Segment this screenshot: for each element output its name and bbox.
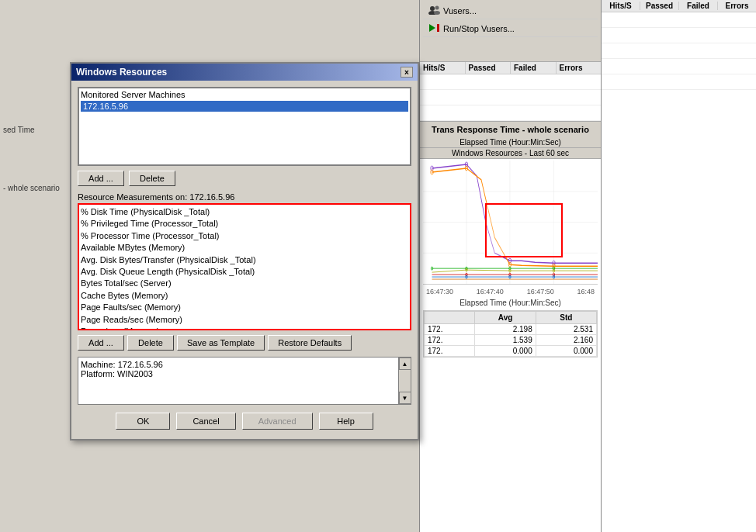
svg-marker-4 bbox=[429, 24, 435, 32]
help-button[interactable]: Help bbox=[319, 413, 373, 430]
passed-header: Passed bbox=[466, 62, 512, 74]
resource-section-label: Resource Measurements on: 172.16.5.96 bbox=[78, 192, 411, 202]
data-table: Avg Std 172. 2.198 2.531 172. 1.539 2.16… bbox=[423, 310, 598, 358]
errors-header: Errors bbox=[557, 62, 602, 74]
table-row: 172. 2.198 2.531 bbox=[425, 324, 597, 335]
delete-resource-button[interactable]: Delete bbox=[127, 335, 174, 351]
users-icon bbox=[428, 5, 440, 16]
info-line1: Machine: 172.16.5.96 bbox=[81, 360, 408, 369]
avg-col-header: Avg bbox=[475, 312, 536, 324]
windows-res-label: Windows Resources - Last 60 sec bbox=[420, 148, 601, 159]
advanced-button[interactable]: Advanced bbox=[242, 413, 313, 430]
run-stop-icon bbox=[428, 23, 440, 34]
failed-header: Failed bbox=[511, 62, 557, 74]
table-row: 172. 1.539 2.160 bbox=[425, 335, 597, 346]
list-item[interactable]: Avg. Disk Bytes/Transfer (PhysicalDisk _… bbox=[81, 254, 408, 266]
add-server-button[interactable]: Add ... bbox=[78, 171, 124, 186]
server-machines-container: Monitored Server Machines 172.16.5.96 bbox=[78, 87, 411, 166]
hits-stat: Hits/S bbox=[602, 2, 640, 10]
info-area: Machine: 172.16.5.96 Platform: WIN2003 bbox=[78, 358, 411, 404]
right-panel: Hits/S Passed Failed Errors bbox=[601, 0, 756, 532]
dialog-title: Windows Resources bbox=[76, 67, 167, 78]
dialog-titlebar: Windows Resources × bbox=[71, 64, 418, 81]
dialog-close-button[interactable]: × bbox=[401, 67, 413, 78]
whole-scenario-label: - whole scenario bbox=[0, 182, 70, 194]
trans-response-title: Trans Response Time - whole scenario bbox=[421, 123, 599, 136]
table-row: 172. 0.000 0.000 bbox=[425, 346, 597, 357]
std-col-header: Std bbox=[536, 312, 596, 324]
svg-point-3 bbox=[434, 11, 440, 15]
run-stop-label: Run/Stop Vusers... bbox=[443, 24, 515, 33]
vusers-label: Vusers... bbox=[443, 6, 477, 16]
svg-point-2 bbox=[435, 6, 439, 10]
list-item[interactable]: Bytes Total/sec (Server) bbox=[81, 278, 408, 289]
cancel-button[interactable]: Cancel bbox=[176, 413, 235, 430]
chart-panel: Vusers... Run/Stop Vusers... Hits/S Pass… bbox=[419, 0, 601, 532]
vusers-button[interactable]: Vusers... bbox=[423, 3, 598, 19]
svg-point-0 bbox=[430, 6, 435, 11]
restore-defaults-button[interactable]: Restore Defaults bbox=[268, 335, 352, 351]
resource-btn-row: Add ... Delete Save as Template Restore … bbox=[78, 335, 411, 351]
info-area-container: Machine: 172.16.5.96 Platform: WIN2003 ▲… bbox=[78, 357, 411, 405]
bottom-button-row: OK Cancel Advanced Help bbox=[78, 409, 411, 433]
list-item[interactable]: Cache Bytes (Memory) bbox=[81, 290, 408, 302]
list-item[interactable]: % Privileged Time (Processor_Total) bbox=[81, 218, 408, 230]
resource-list[interactable]: % Disk Time (PhysicalDisk _Total) % Priv… bbox=[79, 205, 410, 329]
hits-header: Hits/S bbox=[420, 62, 466, 74]
add-resource-button[interactable]: Add ... bbox=[78, 335, 124, 351]
server-list-item[interactable]: 172.16.5.96 bbox=[81, 101, 408, 112]
chart-x-axis: 16:47:30 16:47:40 16:47:50 16:48 bbox=[420, 286, 601, 297]
list-item[interactable]: % Processor Time (Processor_Total) bbox=[81, 230, 408, 242]
passed-stat: Passed bbox=[640, 2, 679, 10]
resource-list-container: % Disk Time (PhysicalDisk _Total) % Priv… bbox=[78, 203, 411, 330]
scroll-up-btn[interactable]: ▲ bbox=[399, 358, 411, 370]
elapsed-time-label: Elapsed Time (Hour:Min:Sec) bbox=[420, 137, 601, 148]
windows-resources-dialog: Windows Resources × Monitored Server Mac… bbox=[70, 62, 419, 440]
run-stop-vusers-button[interactable]: Run/Stop Vusers... bbox=[423, 21, 598, 37]
server-list[interactable]: 172.16.5.96 bbox=[81, 101, 408, 163]
info-line2: Platform: WIN2003 bbox=[81, 369, 408, 378]
ok-button[interactable]: OK bbox=[116, 413, 170, 430]
info-scrollbar[interactable]: ▲ ▼ bbox=[398, 358, 411, 404]
failed-stat: Failed bbox=[679, 2, 718, 10]
svg-rect-5 bbox=[437, 24, 439, 32]
chart-x-label: Elapsed Time (Hour:Min:Sec) bbox=[420, 297, 601, 309]
save-template-button[interactable]: Save as Template bbox=[177, 335, 265, 351]
delete-server-button[interactable]: Delete bbox=[129, 171, 175, 186]
list-item[interactable]: Avg. Disk Queue Length (PhysicalDisk _To… bbox=[81, 266, 408, 278]
chart-highlight-box bbox=[485, 203, 563, 257]
errors-stat: Errors bbox=[718, 2, 756, 10]
list-item[interactable]: % Disk Time (PhysicalDisk _Total) bbox=[81, 206, 408, 218]
list-item[interactable]: Available MBytes (Memory) bbox=[81, 242, 408, 254]
scroll-down-btn[interactable]: ▼ bbox=[399, 392, 411, 404]
list-item[interactable]: Page Reads/sec (Memory) bbox=[81, 314, 408, 326]
list-item[interactable]: Page Faults/sec (Memory) bbox=[81, 302, 408, 313]
server-btn-row: Add ... Delete bbox=[78, 171, 411, 186]
sed-time-label: sed Time bbox=[0, 124, 70, 136]
list-item[interactable]: Pages/sec (Memory) bbox=[81, 326, 408, 329]
server-section-label: Monitored Server Machines bbox=[81, 90, 408, 99]
